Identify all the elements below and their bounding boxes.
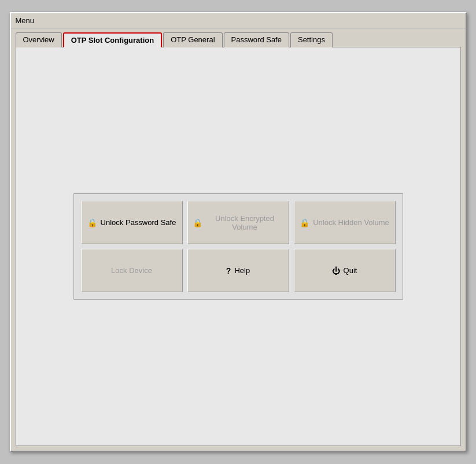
tab-settings[interactable]: Settings: [290, 32, 333, 47]
tab-bar: Overview OTP Slot Configuration OTP Gene…: [11, 28, 466, 47]
lock-icon: 🔒: [87, 218, 97, 227]
quit-button[interactable]: ⏻ Quit: [294, 249, 396, 292]
tab-otp-slot[interactable]: OTP Slot Configuration: [63, 32, 162, 47]
lock-icon-2: 🔒: [193, 218, 202, 227]
unlock-hidden-volume-button[interactable]: 🔒 Unlock Hidden Volume: [294, 201, 396, 244]
help-button[interactable]: ? Help: [187, 249, 289, 292]
lock-device-button[interactable]: Lock Device: [81, 249, 183, 292]
main-window: Menu Overview OTP Slot Configuration OTP…: [10, 12, 467, 452]
tab-password-safe[interactable]: Password Safe: [224, 32, 289, 47]
unlock-password-safe-button[interactable]: 🔒 Unlock Password Safe: [81, 201, 183, 244]
button-grid: 🔒 Unlock Password Safe 🔒 Unlock Encrypte…: [73, 193, 403, 300]
tab-overview[interactable]: Overview: [16, 32, 62, 47]
button-row-1: 🔒 Unlock Password Safe 🔒 Unlock Encrypte…: [81, 201, 396, 244]
window-title: Menu: [16, 16, 35, 25]
title-bar: Menu: [11, 13, 466, 28]
power-icon: ⏻: [332, 266, 340, 275]
unlock-encrypted-volume-button[interactable]: 🔒 Unlock Encrypted Volume: [187, 201, 289, 244]
tab-content: 🔒 Unlock Password Safe 🔒 Unlock Encrypte…: [16, 47, 461, 446]
button-row-2: Lock Device ? Help ⏻ Quit: [81, 249, 396, 292]
question-icon: ?: [226, 266, 231, 275]
lock-icon-3: 🔒: [300, 218, 309, 227]
tab-otp-general[interactable]: OTP General: [163, 32, 222, 47]
